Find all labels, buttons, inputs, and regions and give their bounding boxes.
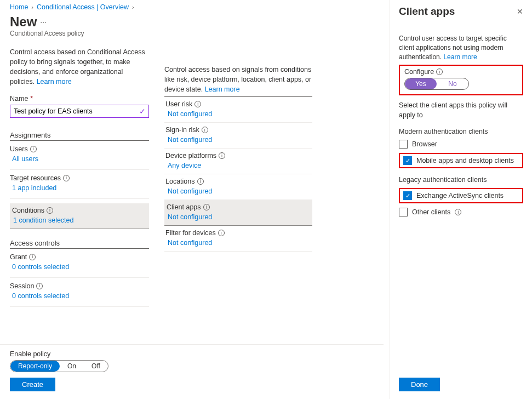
- checkbox-icon: ✓: [403, 156, 412, 165]
- info-icon: i: [195, 101, 201, 107]
- info-icon: i: [47, 207, 53, 214]
- page-subtitle: Conditional Access policy: [10, 30, 149, 37]
- access-controls-heading: Access controls: [10, 239, 149, 249]
- checkbox-icon: ✓: [403, 191, 412, 200]
- session-value[interactable]: 0 controls selected: [10, 292, 149, 300]
- grant-label: Granti: [10, 253, 149, 261]
- condition-label: Filter for devices: [165, 229, 216, 237]
- checkbox-mobile-desktop[interactable]: ✓ Mobile apps and desktop clients: [399, 153, 523, 168]
- client-apps-panel: Client apps ✕ Control user access to tar…: [390, 0, 532, 399]
- left-column: New ··· Conditional Access policy Contro…: [0, 12, 159, 307]
- info-icon: i: [202, 127, 208, 133]
- conditions-row[interactable]: Conditionsi 1 condition selected: [10, 203, 149, 229]
- condition-label: User risk: [165, 100, 192, 108]
- configure-toggle[interactable]: Yes No: [404, 78, 469, 90]
- condition-label: Locations: [165, 178, 195, 185]
- target-resources-value[interactable]: 1 app included: [10, 184, 149, 192]
- configure-block: Configurei Yes No: [399, 65, 523, 95]
- configure-label: Configurei: [404, 68, 518, 76]
- modern-auth-group: Modern authentication clients: [399, 128, 523, 135]
- name-input[interactable]: [10, 105, 149, 118]
- chevron-right-icon: ›: [132, 4, 134, 10]
- condition-locations[interactable]: LocationsiNot configured: [164, 174, 312, 200]
- condition-device-platforms[interactable]: Device platformsiAny device: [164, 149, 312, 174]
- target-resources-label: Target resourcesi: [10, 174, 149, 182]
- condition-value: Any device: [165, 162, 310, 169]
- info-icon: i: [197, 178, 204, 185]
- checkbox-exchange-activesync[interactable]: ✓ Exchange ActiveSync clients: [399, 188, 523, 203]
- select-apps-text: Select the client apps this policy will …: [399, 101, 523, 120]
- condition-user-risk[interactable]: User riskiNot configured: [164, 97, 312, 123]
- panel-title: Client apps: [399, 5, 455, 18]
- condition-value: Not configured: [165, 239, 310, 247]
- enable-policy-toggle[interactable]: Report-only On Off: [10, 360, 108, 372]
- close-icon[interactable]: ✕: [517, 7, 523, 16]
- chevron-right-icon: ›: [31, 4, 33, 10]
- info-icon[interactable]: i: [36, 283, 43, 289]
- condition-value: Not configured: [167, 213, 310, 221]
- checkbox-icon: [399, 208, 408, 216]
- condition-sign-in-risk[interactable]: Sign-in riskiNot configured: [164, 123, 312, 149]
- toggle-on[interactable]: On: [60, 361, 84, 372]
- info-icon: i: [203, 204, 210, 210]
- assignments-heading: Assignments: [10, 131, 149, 141]
- info-icon: i: [218, 230, 225, 236]
- condition-label: Device platforms: [165, 152, 216, 159]
- conditions-intro: Control access based on signals from con…: [164, 65, 312, 94]
- info-icon: i: [219, 152, 225, 159]
- session-label: Sessioni: [10, 282, 149, 290]
- toggle-off[interactable]: Off: [84, 361, 108, 372]
- info-icon[interactable]: i: [29, 254, 36, 260]
- toggle-yes[interactable]: Yes: [405, 78, 437, 89]
- bottom-bar: Enable policy Report-only On Off Create: [0, 344, 384, 399]
- panel-description: Control user access to target specific c…: [399, 34, 523, 61]
- grant-value[interactable]: 0 controls selected: [10, 263, 149, 271]
- info-icon[interactable]: i: [436, 69, 443, 75]
- enable-policy-label: Enable policy: [10, 350, 374, 358]
- checkbox-browser[interactable]: Browser: [399, 140, 523, 149]
- learn-more-link[interactable]: Learn more: [443, 53, 477, 61]
- toggle-no[interactable]: No: [437, 78, 468, 89]
- users-value[interactable]: All users: [10, 155, 149, 163]
- condition-filter-for-devices[interactable]: Filter for devicesiNot configured: [164, 226, 312, 252]
- breadcrumb-home[interactable]: Home: [10, 3, 28, 11]
- conditions-column: Control access based on signals from con…: [159, 12, 318, 307]
- learn-more-link[interactable]: Learn more: [37, 78, 72, 86]
- conditions-value: 1 condition selected: [12, 216, 147, 224]
- condition-label: Client apps: [167, 203, 201, 211]
- users-label: Usersi: [10, 145, 149, 153]
- more-icon[interactable]: ···: [40, 18, 47, 26]
- info-icon[interactable]: i: [63, 175, 70, 181]
- condition-value: Not configured: [165, 136, 310, 144]
- done-button[interactable]: Done: [399, 378, 440, 391]
- checkbox-other-clients[interactable]: Other clients i: [399, 208, 523, 216]
- info-icon[interactable]: i: [455, 209, 461, 215]
- toggle-report-only[interactable]: Report-only: [10, 361, 60, 372]
- intro-text: Control access based on Conditional Acce…: [10, 47, 149, 87]
- learn-more-link[interactable]: Learn more: [205, 86, 240, 93]
- condition-label: Sign-in risk: [165, 126, 199, 134]
- legacy-auth-group: Legacy authentication clients: [399, 176, 523, 184]
- info-icon[interactable]: i: [30, 146, 37, 152]
- checkbox-icon: [399, 140, 408, 149]
- condition-client-apps[interactable]: Client appsiNot configured: [164, 200, 312, 226]
- condition-value: Not configured: [165, 110, 310, 118]
- page-title: New: [10, 14, 37, 30]
- name-label: Name*: [10, 95, 149, 102]
- breadcrumb-conditional-access[interactable]: Conditional Access | Overview: [37, 3, 129, 11]
- create-button[interactable]: Create: [10, 378, 55, 391]
- condition-value: Not configured: [165, 187, 310, 195]
